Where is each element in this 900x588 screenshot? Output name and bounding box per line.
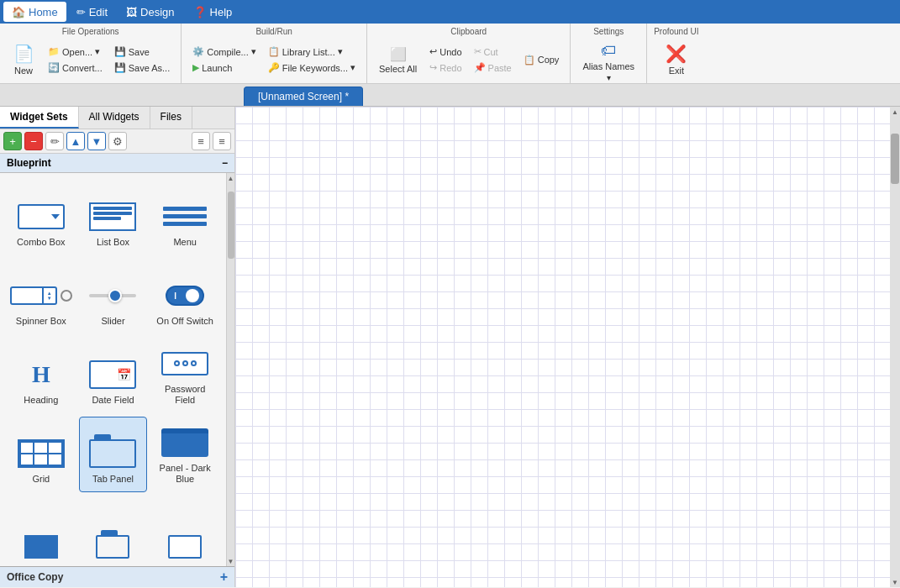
- convert-button[interactable]: 🔄 Convert...: [44, 60, 107, 75]
- on-off-switch-label: On Off Switch: [156, 316, 213, 327]
- file-keywords-label: File Keywords...: [282, 63, 348, 73]
- widget-combo-box[interactable]: Combo Box: [7, 180, 76, 255]
- spinner-box-label: Spinner Box: [16, 316, 66, 327]
- tab-files[interactable]: Files: [150, 107, 192, 129]
- widget-panel-dark-blue[interactable]: Panel - Dark Blue: [150, 417, 219, 492]
- panel-scrollbar[interactable]: ▲ ▼: [226, 173, 234, 566]
- settings-title: Settings: [593, 27, 624, 36]
- clipboard-col3: ✂ Cut 📌 Paste: [470, 45, 516, 75]
- remove-widget-set-button[interactable]: −: [24, 132, 43, 150]
- build-run-col1: ⚙️ Compile... ▾ ▶ Launch: [188, 45, 261, 75]
- cut-icon: ✂: [474, 46, 482, 57]
- new-button[interactable]: 📄 New: [7, 41, 40, 78]
- left-panel: Widget Sets All Widgets Files + − ✏ ▲ ▼ …: [0, 107, 235, 587]
- exit-button[interactable]: ❌ Exit: [660, 41, 693, 78]
- widget-date-field[interactable]: 📅 Date Field: [79, 338, 148, 413]
- library-list-icon: 📋: [268, 46, 280, 57]
- widget-spinner-box[interactable]: ▲ ▼ Spinner Box: [7, 259, 76, 334]
- copy-button[interactable]: 📋 Copy: [519, 53, 564, 67]
- clipboard-col1: ⬜ Select All: [374, 44, 422, 76]
- widget-on-off-switch[interactable]: On Off Switch: [150, 259, 219, 334]
- add-section-button[interactable]: +: [220, 570, 228, 585]
- main-layout: Widget Sets All Widgets Files + − ✏ ▲ ▼ …: [0, 107, 900, 587]
- menu-help[interactable]: ❓ Help: [185, 2, 241, 22]
- select-all-button[interactable]: ⬜ Select All: [374, 44, 422, 76]
- widget-partial-3[interactable]: [150, 496, 219, 566]
- exit-label: Exit: [669, 66, 684, 76]
- add-widget-set-button[interactable]: +: [3, 132, 22, 150]
- widget-tab-panel[interactable]: Tab Panel: [79, 417, 148, 492]
- password-field-icon: [160, 347, 210, 381]
- save-as-button[interactable]: 💾 Save As...: [110, 60, 175, 75]
- menu-home[interactable]: 🏠 Home: [3, 2, 66, 22]
- scroll-thumb[interactable]: [228, 192, 234, 259]
- tab-widget-sets[interactable]: Widget Sets: [0, 107, 79, 129]
- canvas-scroll-down[interactable]: ▼: [890, 577, 900, 587]
- tab-unnamed-screen[interactable]: [Unnamed Screen] *: [244, 87, 363, 106]
- save-button[interactable]: 💾 Save: [110, 45, 175, 59]
- clipboard-title: Clipboard: [450, 27, 487, 36]
- build-run-col2: 📋 Library List... ▾ 🔑 File Keywords... ▾: [264, 45, 360, 75]
- tab-panel-label: Tab Panel: [92, 474, 134, 485]
- file-keywords-icon: 🔑: [268, 62, 280, 73]
- alias-names-button[interactable]: 🏷 Alias Names ▾: [577, 39, 639, 85]
- export1-button[interactable]: ≡: [192, 132, 210, 150]
- tab-bar: [Unnamed Screen] *: [0, 84, 900, 107]
- edit-widget-set-button[interactable]: ✏: [45, 132, 64, 150]
- menu-icon: [160, 200, 210, 234]
- undo-button[interactable]: ↩ Undo: [425, 45, 466, 59]
- date-field-icon: 📅: [87, 358, 138, 391]
- open-button[interactable]: 📁 Open... ▾: [44, 45, 107, 59]
- compile-icon: ⚙️: [192, 46, 204, 57]
- select-all-icon: ⬜: [390, 46, 407, 62]
- menu-home-label: Home: [29, 6, 58, 18]
- profound-ui-buttons: ❌ Exit: [660, 39, 693, 80]
- heading-label: Heading: [24, 395, 58, 406]
- move-down-button[interactable]: ▼: [87, 132, 106, 150]
- widget-partial-1[interactable]: [7, 496, 76, 566]
- move-up-button[interactable]: ▲: [66, 132, 85, 150]
- widget-grid[interactable]: Grid: [7, 417, 76, 492]
- canvas-scroll-thumb[interactable]: [891, 134, 899, 184]
- redo-button[interactable]: ↪ Redo: [425, 60, 466, 75]
- widget-slider[interactable]: Slider: [79, 259, 148, 334]
- widget-heading[interactable]: H Heading: [7, 338, 76, 413]
- save-label: Save: [129, 47, 150, 57]
- widget-list-box[interactable]: List Box: [79, 180, 148, 255]
- scroll-up-arrow[interactable]: ▲: [227, 173, 234, 183]
- blueprint-collapse-button[interactable]: −: [222, 157, 228, 169]
- clipboard-col4: 📋 Copy: [519, 53, 564, 67]
- partial-1-icon: [16, 530, 66, 564]
- toolbar-profound-ui: Profound UI ❌ Exit: [647, 24, 705, 83]
- combo-box-icon: [16, 200, 66, 234]
- list-box-icon: [87, 200, 138, 234]
- clipboard-col2: ↩ Undo ↪ Redo: [425, 45, 466, 75]
- menu-edit[interactable]: ✏ Edit: [68, 2, 116, 22]
- library-list-button[interactable]: 📋 Library List... ▾: [264, 45, 360, 59]
- widget-grid: Combo Box List Box: [0, 173, 226, 566]
- widget-password-field[interactable]: Password Field: [150, 338, 219, 413]
- on-off-switch-icon: [160, 279, 210, 312]
- scroll-down-arrow[interactable]: ▼: [227, 556, 234, 566]
- widget-menu[interactable]: Menu: [150, 180, 219, 255]
- compile-button[interactable]: ⚙️ Compile... ▾: [188, 45, 261, 59]
- launch-button[interactable]: ▶ Launch: [188, 60, 261, 75]
- tab-all-widgets[interactable]: All Widgets: [79, 107, 150, 129]
- menu-help-label: Help: [210, 6, 233, 18]
- file-keywords-button[interactable]: 🔑 File Keywords... ▾: [264, 60, 360, 75]
- canvas-scrollbar-v[interactable]: ▲ ▼: [890, 107, 900, 587]
- partial-3-icon: [160, 530, 210, 564]
- canvas-area[interactable]: ▲ ▼: [235, 107, 900, 587]
- heading-icon: H: [16, 358, 66, 391]
- cut-button[interactable]: ✂ Cut: [470, 45, 516, 59]
- paste-button[interactable]: 📌 Paste: [470, 60, 516, 75]
- settings-button[interactable]: ⚙: [108, 132, 127, 150]
- menu-design[interactable]: 🖼 Design: [118, 2, 182, 22]
- export2-button[interactable]: ≡: [213, 132, 231, 150]
- paste-icon: 📌: [474, 62, 486, 73]
- canvas-scroll-up[interactable]: ▲: [890, 107, 900, 117]
- open-arrow: ▾: [95, 46, 100, 57]
- list-box-label: List Box: [97, 237, 129, 248]
- widget-partial-2[interactable]: [79, 496, 148, 566]
- cut-label: Cut: [484, 47, 498, 57]
